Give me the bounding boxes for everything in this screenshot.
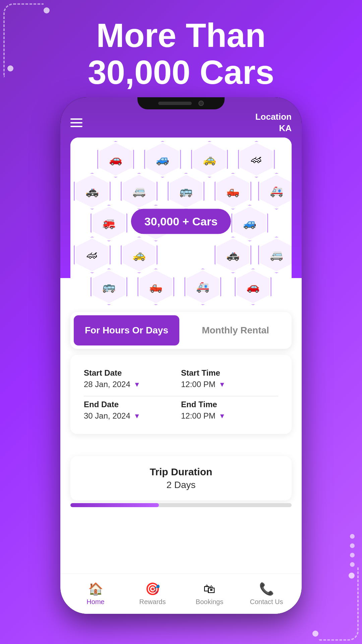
end-time-arrow: ▼ — [219, 412, 226, 420]
end-date-arrow: ▼ — [134, 412, 140, 420]
start-time-field[interactable]: Start Time 12:00 PM ▼ — [181, 368, 278, 389]
hex-car-16: 🚐 — [258, 236, 292, 273]
end-date-field[interactable]: End Date 30 Jan, 2024 ▼ — [84, 400, 181, 421]
hex-car-5: 🚓 — [74, 173, 111, 210]
progress-fill — [70, 503, 159, 507]
end-time-label: End Time — [181, 400, 278, 409]
hex-car-19: 🚑 — [184, 268, 221, 305]
end-date-label: End Date — [84, 400, 181, 409]
bottom-nav: 🏠 Home 🎯 Rewards 🛍 Bookings 📞 Contact Us — [60, 574, 302, 614]
hex-car-8: 🛻 — [215, 173, 251, 210]
cars-count-label: 30,000 + Cars — [131, 209, 231, 234]
trip-duration-label: Trip Duration — [84, 466, 278, 478]
end-date-value[interactable]: 30 Jan, 2024 ▼ — [84, 411, 181, 421]
start-time-label: Start Time — [181, 368, 278, 378]
hex-car-7: 🚌 — [168, 173, 204, 210]
start-row: Start Date 28 Jan, 2024 ▼ Start Time 12:… — [84, 365, 278, 392]
hex-car-13: 🏎 — [74, 236, 111, 273]
location-value: KA — [255, 123, 292, 134]
speaker — [158, 102, 192, 105]
start-date-field[interactable]: Start Date 28 Jan, 2024 ▼ — [84, 368, 181, 389]
trip-duration-value: 2 Days — [84, 480, 278, 490]
hex-car-20: 🚗 — [235, 268, 272, 305]
phone-mockup: Location KA 🚗 🚙 🚕 🏎 🚓 🚐 🚌 🛻 🚑 🚒 — [60, 97, 302, 614]
start-date-arrow: ▼ — [134, 381, 140, 388]
start-date-label: Start Date — [84, 368, 181, 378]
headline: More Than 30,000 Cars — [0, 17, 362, 91]
nav-contact[interactable]: 📞 Contact Us — [238, 582, 295, 606]
menu-button[interactable] — [70, 118, 82, 127]
home-icon: 🏠 — [88, 582, 103, 596]
end-time-field[interactable]: End Time 12:00 PM ▼ — [181, 400, 278, 421]
camera — [198, 101, 204, 106]
hex-car-9: 🚑 — [258, 173, 292, 210]
progress-bar — [70, 503, 292, 507]
nav-contact-label: Contact Us — [250, 598, 283, 606]
hex-car-17: 🚌 — [90, 268, 127, 305]
car-banner: 🚗 🚙 🚕 🏎 🚓 🚐 🚌 🛻 🚑 🚒 🚗 🚙 🏎 🚕 🚓 🚐 — [70, 138, 292, 305]
tab-hours-days[interactable]: For Hours Or Days — [74, 315, 179, 345]
nav-bookings[interactable]: 🛍 Bookings — [181, 582, 238, 606]
honeycomb-bg: 🚗 🚙 🚕 🏎 🚓 🚐 🚌 🛻 🚑 🚒 🚗 🚙 🏎 🚕 🚓 🚐 — [70, 138, 292, 305]
hex-car-3: 🚕 — [191, 141, 228, 178]
end-time-value[interactable]: 12:00 PM ▼ — [181, 411, 278, 421]
hex-car-14: 🚕 — [121, 236, 158, 273]
start-time-arrow: ▼ — [219, 381, 226, 388]
phone-notch — [137, 97, 225, 109]
location-label: Location — [255, 111, 292, 123]
location-badge[interactable]: Location KA — [255, 111, 292, 134]
tab-monthly[interactable]: Monthly Rental — [183, 315, 288, 345]
nav-rewards[interactable]: 🎯 Rewards — [124, 582, 181, 606]
app-header: Location KA — [60, 109, 302, 136]
deco-dots-right — [350, 534, 355, 567]
hex-car-2: 🚙 — [144, 141, 181, 178]
hex-car-4: 🏎 — [238, 141, 275, 178]
contact-icon: 📞 — [259, 582, 274, 596]
start-date-value[interactable]: 28 Jan, 2024 ▼ — [84, 380, 181, 389]
hex-car-15: 🚓 — [215, 236, 251, 273]
deco-dot-4 — [349, 573, 355, 579]
hex-car-12: 🚙 — [231, 205, 268, 241]
hex-car-18: 🛻 — [137, 268, 174, 305]
datetime-section: Start Date 28 Jan, 2024 ▼ Start Time 12:… — [70, 355, 292, 434]
nav-bookings-label: Bookings — [196, 598, 223, 606]
rental-tabs: For Hours Or Days Monthly Rental — [70, 312, 292, 349]
deco-dot-1 — [44, 7, 50, 13]
hex-car-6: 🚐 — [121, 173, 158, 210]
phone-screen: Location KA 🚗 🚙 🚕 🏎 🚓 🚐 🚌 🛻 🚑 🚒 — [60, 97, 302, 614]
end-row: End Date 30 Jan, 2024 ▼ End Time 12:00 P… — [84, 396, 278, 424]
bookings-icon: 🛍 — [203, 582, 216, 596]
trip-duration-card: Trip Duration 2 Days — [70, 456, 292, 500]
hex-car-1: 🚗 — [97, 141, 134, 178]
start-time-value[interactable]: 12:00 PM ▼ — [181, 380, 278, 389]
rewards-icon: 🎯 — [145, 582, 160, 596]
deco-dot-2 — [7, 65, 13, 71]
nav-rewards-label: Rewards — [139, 598, 166, 606]
nav-home[interactable]: 🏠 Home — [67, 582, 124, 606]
deco-dot-3 — [312, 631, 318, 637]
hex-car-10: 🚒 — [90, 205, 127, 241]
nav-home-label: Home — [86, 598, 104, 606]
